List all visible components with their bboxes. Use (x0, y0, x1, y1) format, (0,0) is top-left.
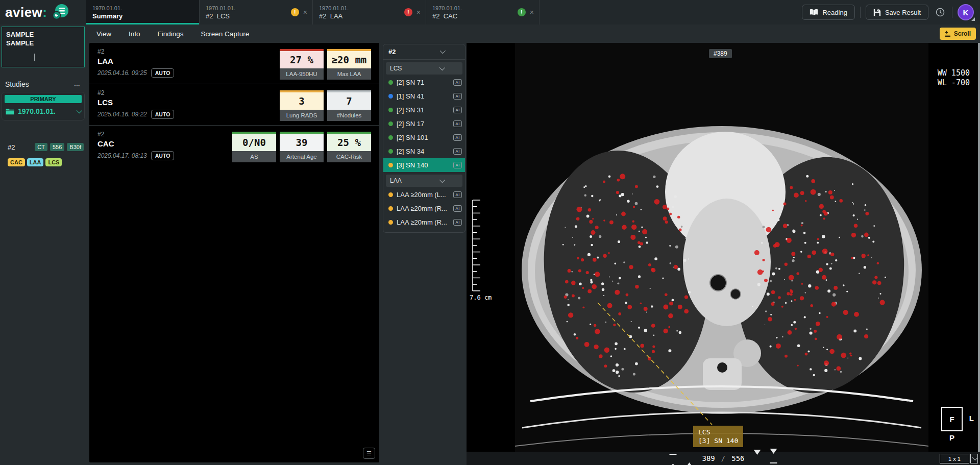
patient-info-box[interactable]: SAMPLE SAMPLE (2, 27, 85, 67)
window-level-readout: WW 1500WL -700 (938, 68, 970, 88)
tab-laa[interactable]: 1970.01.01. #2 LAA (313, 0, 426, 25)
divider (860, 7, 861, 18)
card-datetime: 2025.04.16. 09:22 (97, 111, 147, 118)
tab-date: 1970.01.01. (92, 5, 194, 11)
group-name: LAA (390, 177, 424, 184)
modality-tag: CT (35, 143, 47, 151)
study-row[interactable]: 1970.01.01. (5, 103, 82, 117)
status-dot-icon (388, 149, 393, 154)
layout-dropdown-button[interactable] (970, 454, 978, 463)
first-slice-button[interactable] (669, 454, 676, 463)
status-dot-icon (388, 80, 393, 85)
finding-annotation-label: LCS [3] SN 140 (693, 426, 743, 447)
finding-label: LAA ≥20mm (R... (397, 205, 450, 212)
logo-text: aview: (5, 5, 47, 20)
tab-lcs[interactable]: 1970.01.01. #2 LCS (200, 0, 313, 25)
reading-button[interactable]: Reading (802, 5, 854, 20)
orientation-front-box: F (941, 407, 963, 431)
history-button[interactable] (934, 6, 947, 19)
scroll-mode-button[interactable]: Scroll (940, 28, 976, 40)
layout-selector[interactable]: 1 x 1 (940, 454, 969, 463)
menu-screen-capture[interactable]: Screen Capture (201, 30, 250, 38)
finding-label: [2] SN 71 (397, 79, 450, 86)
metric-label: Lung RADS (280, 110, 324, 121)
book-icon (810, 9, 818, 16)
finding-item[interactable]: [2] SN 101 AI (383, 131, 465, 144)
menu-findings[interactable]: Findings (158, 30, 184, 38)
metric-label: Arterial Age (280, 151, 324, 162)
series-row[interactable]: #2 CT 556 B30f (2, 143, 85, 151)
app-window: aview: 1970.01.01. Summary 1970.01.01. (0, 0, 980, 465)
laa-badge: LAA (27, 158, 44, 166)
more-options-icon[interactable] (75, 80, 80, 88)
next-slice-button[interactable] (754, 455, 761, 462)
slice-scrollbar[interactable] (978, 43, 980, 452)
menu-info[interactable]: Info (129, 30, 140, 38)
card-name: CAC (97, 139, 232, 148)
card-series: #2 (97, 131, 232, 138)
metric-value: 25 % (327, 132, 371, 151)
close-icon[interactable] (416, 8, 421, 16)
finding-item-selected[interactable]: [3] SN 140 AI (383, 158, 465, 172)
status-dot-icon (388, 163, 393, 167)
last-slice-button[interactable] (770, 454, 777, 463)
finding-label: LAA ≥20mm (L... (397, 191, 450, 199)
ok-status-icon (518, 8, 526, 16)
metric-value: 27 % (280, 49, 324, 68)
tab-cac[interactable]: 1970.01.01. #2 CAC (426, 0, 540, 25)
group-select-laa[interactable]: LAA (386, 175, 462, 187)
finding-item[interactable]: LAA ≥20mm (L... AI (383, 188, 465, 202)
slice-separator: / (721, 454, 725, 462)
card-series: #2 (97, 48, 280, 55)
finding-label: LAA ≥20mm (R... (397, 218, 450, 226)
reading-label: Reading (822, 9, 847, 16)
finding-item[interactable]: [1] SN 41 AI (383, 89, 465, 103)
kernel-tag: B30f (67, 143, 84, 151)
user-avatar[interactable]: K (958, 4, 974, 20)
finding-label: [2] SN 34 (397, 148, 450, 155)
ai-badge: AI (453, 162, 462, 168)
status-dot-icon (388, 135, 393, 140)
card-name: LAA (97, 57, 280, 65)
finding-item[interactable]: LAA ≥20mm (R... AI (383, 215, 465, 229)
ai-badge: AI (453, 107, 462, 113)
previous-slice-button[interactable] (685, 455, 693, 462)
series-selector[interactable]: #2 (383, 44, 465, 60)
status-dot-icon (388, 192, 393, 197)
summary-card-laa[interactable]: #2 LAA 2025.04.16. 09:25 AUTO 27 % LAA-9… (89, 43, 379, 84)
close-icon[interactable] (530, 8, 534, 16)
finding-item[interactable]: LAA ≥20mm (R... AI (383, 202, 465, 215)
metric-box: ≥20 mm Max LAA (327, 49, 371, 80)
ct-axial-image[interactable] (515, 43, 928, 452)
finding-item[interactable]: [2] SN 17 AI (383, 117, 465, 131)
finding-item[interactable]: [2] SN 31 AI (383, 103, 465, 117)
close-icon[interactable] (303, 8, 307, 16)
metric-label: CAC-Risk (327, 151, 371, 162)
avatar-initial: K (963, 8, 969, 17)
summary-card-lcs[interactable]: #2 LCS 2025.04.16. 09:22 AUTO 3 Lung RAD… (89, 84, 379, 125)
findings-list-button[interactable] (363, 448, 375, 459)
chevron-down-icon (76, 109, 81, 114)
cac-badge: CAC (8, 158, 25, 166)
card-datetime: 2025.04.16. 09:25 (97, 69, 147, 77)
ct-viewer[interactable]: #389 WW 1500WL -700 7.6 cm LCS [3] SN 14… (467, 43, 980, 465)
scroll-icon (945, 31, 951, 37)
analysis-badges: CAC LAA LCS (2, 158, 62, 166)
metric-value: 3 (280, 90, 324, 110)
group-select-lcs[interactable]: LCS (386, 62, 462, 75)
card-series: #2 (97, 89, 280, 96)
finding-item[interactable]: [2] SN 71 AI (383, 76, 465, 89)
ai-badge: AI (453, 219, 462, 226)
menu-view[interactable]: View (96, 30, 111, 38)
metric-value: ≥20 mm (327, 49, 371, 68)
scroll-label: Scroll (954, 30, 971, 37)
chevron-down-icon (424, 66, 458, 71)
finding-item[interactable]: [2] SN 34 AI (383, 144, 465, 158)
save-result-button[interactable]: Save Result (866, 5, 928, 20)
left-sidebar: SAMPLE SAMPLE Studies PRIMARY 1970.01.01… (0, 25, 86, 465)
current-slice: 389 (702, 454, 715, 462)
tab-summary[interactable]: 1970.01.01. Summary (86, 0, 200, 25)
summary-card-cac[interactable]: #2 CAC 2025.04.17. 08:13 AUTO 0/N0 AS (89, 126, 379, 166)
series-id: #2 (8, 143, 32, 151)
metric-box: 25 % CAC-Risk (327, 132, 371, 162)
